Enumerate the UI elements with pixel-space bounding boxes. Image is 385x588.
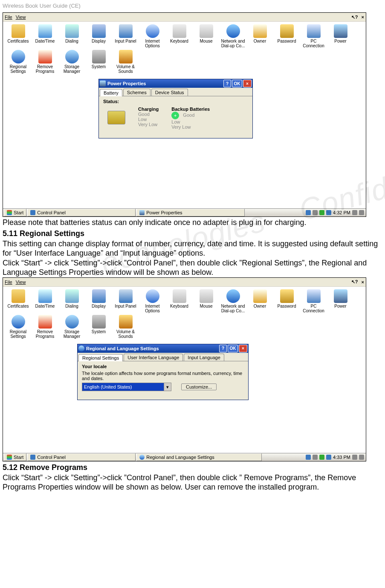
charging-head: Charging <box>138 107 159 112</box>
tray-icon-6b[interactable] <box>359 455 364 460</box>
taskbar-control-panel[interactable]: Control Panel <box>27 209 136 216</box>
windows-icon <box>7 210 12 215</box>
tray-icon-5[interactable] <box>352 210 357 215</box>
cp-label: Mouse <box>193 304 220 313</box>
tray-icon-1b[interactable] <box>306 455 311 460</box>
menu-file-2[interactable]: File <box>5 280 12 285</box>
key-icon <box>173 24 186 38</box>
cp-item-regional-settings[interactable]: Regional Settings <box>5 50 32 74</box>
cp-item-remove-programs[interactable]: Remove Programs <box>32 50 58 74</box>
cp-label: Password <box>273 304 300 313</box>
cp-item-pc-connection[interactable]: PC Connection <box>300 24 327 48</box>
tab-regional[interactable]: Regional Settings <box>78 354 123 361</box>
tab-input-lang[interactable]: Input Language <box>184 354 224 361</box>
cp-item-regional-settings[interactable]: Regional Settings <box>5 315 32 339</box>
reg-icon <box>12 50 25 63</box>
backup-head: Backup Batteries <box>171 107 210 112</box>
cp-label: System <box>85 329 112 339</box>
cp-item-mouse[interactable]: Mouse <box>193 24 220 48</box>
cp-item-certificates[interactable]: Certificates <box>5 289 32 313</box>
cp-label: Storage Manager <box>58 329 85 339</box>
cp-label: Dialing <box>58 39 85 48</box>
taskbar-control-panel-2[interactable]: Control Panel <box>27 453 136 461</box>
cp-item-network-and-dial-up-co-[interactable]: Network and Dial-up Co... <box>220 24 246 48</box>
locale-select[interactable]: English (United States) <box>82 383 171 391</box>
cp-item-power[interactable]: Power <box>327 289 354 313</box>
plus-icon: + <box>171 112 179 119</box>
cp-item-volume-sounds[interactable]: Volume & Sounds <box>112 50 139 74</box>
taskbar-power-properties[interactable]: Power Properties <box>136 209 245 216</box>
cp-item-input-panel[interactable]: Input Panel <box>112 24 139 48</box>
mouse-icon <box>200 289 213 303</box>
cp-item-volume-sounds[interactable]: Volume & Sounds <box>112 315 139 339</box>
tray-icon-3b[interactable] <box>319 455 324 460</box>
customize-button[interactable]: Customize... <box>181 383 217 390</box>
clock-2: 4:33 PM <box>333 455 350 460</box>
screenshot-power: File View ↖? × CertificatesDate/TimeDial… <box>3 12 366 217</box>
cp-item-storage-manager[interactable]: Storage Manager <box>58 315 85 339</box>
tray-icon-2[interactable] <box>313 210 318 215</box>
cp-item-pc-connection[interactable]: PC Connection <box>300 289 327 313</box>
tray-icon-2b[interactable] <box>313 455 318 460</box>
close-icon-2[interactable]: × <box>362 280 364 285</box>
start-button[interactable]: Start <box>4 209 26 216</box>
cp-item-certificates[interactable]: Certificates <box>5 24 32 48</box>
backup-col: Backup Batteries + Good Low Very Low <box>171 107 210 130</box>
tray-icon-3[interactable] <box>319 210 324 215</box>
start-button-2[interactable]: Start <box>4 453 26 461</box>
help-button-2[interactable]: ? <box>219 345 227 352</box>
tray-icon-6[interactable] <box>359 210 364 215</box>
cp-item-network-and-dial-up-co-[interactable]: Network and Dial-up Co... <box>220 289 246 313</box>
cp-item-owner[interactable]: Owner <box>246 289 273 313</box>
close-icon[interactable]: × <box>362 14 364 20</box>
tray-icon-1[interactable] <box>306 210 311 215</box>
cp-item-password[interactable]: Password <box>273 289 300 313</box>
tab-battery[interactable]: Battery <box>100 89 122 96</box>
rem-icon <box>38 50 52 63</box>
note-text: Please note that batteries status can on… <box>3 218 385 228</box>
cp-item-internet-options[interactable]: Internet Options <box>139 24 166 48</box>
menu-view[interactable]: View <box>16 14 26 20</box>
cp-item-keyboard[interactable]: Keyboard <box>166 24 193 48</box>
tray-icon-5b[interactable] <box>352 455 357 460</box>
whats-this-icon-2[interactable]: ↖? <box>351 279 358 285</box>
cp-item-power[interactable]: Power <box>327 24 354 48</box>
cp-item-keyboard[interactable]: Keyboard <box>166 289 193 313</box>
cp-item-date-time[interactable]: Date/Time <box>32 24 58 48</box>
cp-item-dialing[interactable]: Dialing <box>58 24 85 48</box>
cp-item-password[interactable]: Password <box>273 24 300 48</box>
level-vlow: Very Low <box>138 122 159 127</box>
taskbar-regional[interactable]: Regional and Language Settings <box>136 453 262 461</box>
cp-item-storage-manager[interactable]: Storage Manager <box>58 50 85 74</box>
close-button-2[interactable]: × <box>239 345 247 352</box>
ok-button-2[interactable]: OK <box>228 345 238 352</box>
cp-label: Regional Settings <box>5 329 32 339</box>
cp-label: Input Panel <box>112 304 139 313</box>
cp-item-date-time[interactable]: Date/Time <box>32 289 58 313</box>
tab-schemes[interactable]: Schemes <box>123 89 151 96</box>
cp-item-dialing[interactable]: Dialing <box>58 289 85 313</box>
menu-file[interactable]: File <box>5 14 12 20</box>
task-label: Power Properties <box>146 210 182 215</box>
cp-item-input-panel[interactable]: Input Panel <box>112 289 139 313</box>
regional-settings-dialog: Regional and Language Settings ? OK × Re… <box>77 344 249 400</box>
system-tray-2: 4:33 PM <box>306 455 365 460</box>
tab-ui-lang[interactable]: User Interface Language <box>124 354 183 361</box>
close-button[interactable]: × <box>243 80 252 87</box>
cp-item-remove-programs[interactable]: Remove Programs <box>32 315 58 339</box>
cp-item-system[interactable]: System <box>85 50 112 74</box>
ok-button[interactable]: OK <box>232 80 242 87</box>
cp-item-mouse[interactable]: Mouse <box>193 289 220 313</box>
tab-device-status[interactable]: Device Status <box>151 89 188 96</box>
tray-icon-4[interactable] <box>326 210 331 215</box>
tray-icon-4b[interactable] <box>326 455 331 460</box>
whats-this-icon[interactable]: ↖? <box>351 14 358 20</box>
cp-item-owner[interactable]: Owner <box>246 24 273 48</box>
help-button[interactable]: ? <box>223 80 231 87</box>
cp-item-system[interactable]: System <box>85 315 112 339</box>
cp-item-display[interactable]: Display <box>85 24 112 48</box>
cp-item-display[interactable]: Display <box>85 289 112 313</box>
cp-label: Date/Time <box>32 39 58 48</box>
menu-view-2[interactable]: View <box>16 280 26 285</box>
cp-item-internet-options[interactable]: Internet Options <box>139 289 166 313</box>
